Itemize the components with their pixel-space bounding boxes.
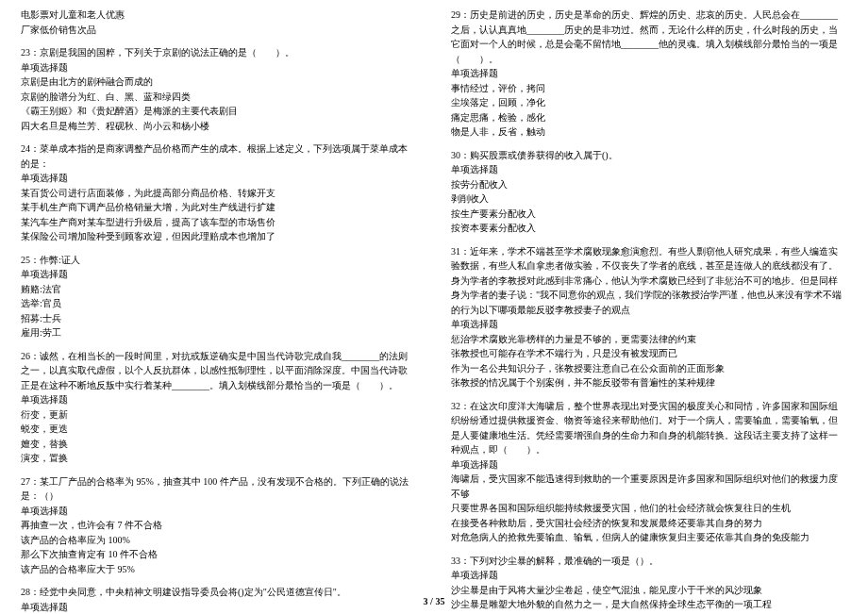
option: 蜕变，更迭 [21, 422, 413, 437]
question-stem: 23：京剧是我国的国粹，下列关于京剧的说法正确的是（ ）。 [21, 45, 413, 60]
option: 海啸后，受灾国家不能迅速得到救助的一个重要原因是许多国家和国际组织对他们的救援力… [451, 472, 843, 501]
option: 某百货公司进行店面装修，为此提高部分商品价格、转嫁开支 [21, 186, 413, 201]
question-type: 单项选择题 [21, 504, 413, 519]
option: 招募:士兵 [21, 311, 413, 326]
question-type: 单项选择题 [451, 317, 843, 332]
question-24: 24：菜单成本指的是商家调整产品价格而产生的成本。根据上述定义，下列选项属于菜单… [21, 141, 413, 244]
option: 某手机生产商下调产品价格销量大增，为此对生产线进行扩建 [21, 200, 413, 215]
option: 再抽查一次，也许会有 7 件不合格 [21, 518, 413, 533]
option: 贿赂:法官 [21, 282, 413, 297]
option: 该产品的合格率应为 100% [21, 533, 413, 548]
question-stem: 25：作弊:证人 [21, 253, 413, 268]
option: 演变，置换 [21, 451, 413, 466]
option: 张教授也可能存在学术不端行为，只是没有被发现而已 [451, 346, 843, 361]
page-footer: 3 / 35 [0, 594, 868, 609]
option: 尘埃落定，回顾，净化 [451, 95, 843, 110]
question-26: 26：诚然，在相当长的一段时间里，对抗或叛逆确实是中国当代诗歌完成自我_____… [21, 349, 413, 466]
question-type: 单项选择题 [21, 171, 413, 186]
question-32: 32：在这次印度洋大海啸后，整个世界表现出对受灾国的极度关心和同情，许多国家和国… [451, 399, 843, 545]
question-stem: 32：在这次印度洋大海啸后，整个世界表现出对受灾国的极度关心和同情，许多国家和国… [451, 399, 843, 457]
question-type: 单项选择题 [451, 66, 843, 81]
option: 选举:官员 [21, 296, 413, 311]
question-27: 27：某工厂产品的合格率为 95%，抽查其中 100 件产品，没有发现不合格的。… [21, 474, 413, 577]
option: 惩治学术腐败光靠榜样的力量是不够的，更需要法律的约束 [451, 332, 843, 347]
option: 京剧是由北方的剧种融合而成的 [21, 75, 413, 90]
question-stem: 33：下列对沙尘暴的解释，最准确的一项是（）。 [451, 554, 843, 569]
question-29: 29：历史是前进的历史，历史是革命的历史、辉煌的历史、悲哀的历史。人民总会在__… [451, 8, 843, 140]
question-type: 单项选择题 [451, 162, 843, 177]
question-type: 单项选择题 [451, 568, 843, 583]
option: 四大名旦是梅兰芳、程砚秋、尚小云和杨小楼 [21, 119, 413, 134]
preamble-line: 电影票对儿童和老人优惠 [21, 8, 413, 23]
question-stem: 24：菜单成本指的是商家调整产品价格而产生的成本。根据上述定义，下列选项属于菜单… [21, 141, 413, 171]
option: 那么下次抽查肯定有 10 件不合格 [21, 547, 413, 562]
question-25: 25：作弊:证人 单项选择题 贿赂:法官 选举:官员 招募:士兵 雇用:劳工 [21, 253, 413, 340]
option: 对危急病人的抢救先要输血、输氧，但病人的健康恢复归主要还依靠其自身的免疫能力 [451, 530, 843, 545]
preamble-line: 厂家低价销售次品 [21, 23, 413, 38]
question-31: 31：近年来，学术不端甚至学术腐败现象愈演愈烈。有些人剽窃他人研究成果，有些人编… [451, 244, 843, 390]
question-stem: 31：近年来，学术不端甚至学术腐败现象愈演愈烈。有些人剽窃他人研究成果，有些人编… [451, 244, 843, 318]
option: 物是人非，反省，触动 [451, 124, 843, 140]
question-stem: 30：购买股票或债券获得的收入属于()。 [451, 148, 843, 163]
question-23: 23：京剧是我国的国粹，下列关于京剧的说法正确的是（ ）。 单项选择题 京剧是由… [21, 45, 413, 133]
option: 按资本要素分配收入 [451, 221, 843, 236]
option: 嬗变，替换 [21, 437, 413, 452]
question-type: 单项选择题 [21, 392, 413, 407]
option: 该产品的合格率应大于 95% [21, 562, 413, 577]
option: 雇用:劳工 [21, 325, 413, 340]
question-stem: 27：某工厂产品的合格率为 95%，抽查其中 100 件产品，没有发现不合格的。… [21, 474, 413, 504]
option: 事情经过，评价，拷问 [451, 81, 843, 96]
question-type: 单项选择题 [21, 60, 413, 75]
option: 按生产要素分配收入 [451, 207, 843, 222]
option: 只要世界各国和国际组织能持续救援受灾国，他们的社会经济就会恢复往日的生机 [451, 501, 843, 516]
question-stem: 26：诚然，在相当长的一段时间里，对抗或叛逆确实是中国当代诗歌完成自我_____… [21, 349, 413, 393]
question-type: 单项选择题 [21, 267, 413, 282]
option: 衍变，更新 [21, 407, 413, 423]
option: 在接受各种救助后，受灾国社会经济的恢复和发展最终还要靠其自身的努力 [451, 516, 843, 531]
question-stem: 29：历史是前进的历史，历史是革命的历史、辉煌的历史、悲哀的历史。人民总会在__… [451, 8, 843, 66]
option: 作为一名公共知识分子，张教授要注意自己在公众面前的正面形象 [451, 361, 843, 376]
question-30: 30：购买股票或债券获得的收入属于()。 单项选择题 按劳分配收入 剥削收入 按… [451, 148, 843, 236]
option: 按劳分配收入 [451, 177, 843, 192]
option: 《霸王别姬》和《贵妃醉酒》是梅派的主要代表剧目 [21, 104, 413, 119]
right-column: 29：历史是前进的历史，历史是革命的历史、辉煌的历史、悲哀的历史。人民总会在__… [434, 0, 868, 614]
option: 痛定思痛，检验，感化 [451, 110, 843, 125]
left-column: 电影票对儿童和老人优惠 厂家低价销售次品 23：京剧是我国的国粹，下列关于京剧的… [0, 0, 434, 614]
page-container: 电影票对儿童和老人优惠 厂家低价销售次品 23：京剧是我国的国粹，下列关于京剧的… [0, 0, 868, 614]
option: 剥削收入 [451, 191, 843, 207]
option: 张教授的情况属于个别案例，并不能反驳带有普遍性的某种规律 [451, 375, 843, 390]
preamble-block: 电影票对儿童和老人优惠 厂家低价销售次品 [21, 8, 413, 37]
option: 京剧的脸谱分为红、白、黑、蓝和绿四类 [21, 90, 413, 105]
option: 某汽车生产商对某车型进行升级后，提高了该车型的市场售价 [21, 215, 413, 230]
option: 某保险公司增加险种受到顾客欢迎，但因此理赔成本也增加了 [21, 229, 413, 244]
question-type: 单项选择题 [451, 457, 843, 473]
